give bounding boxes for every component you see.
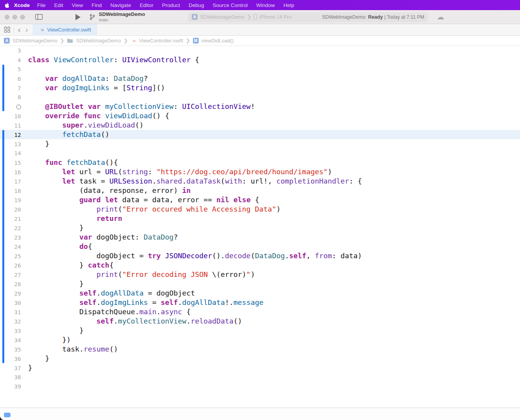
status-project: SDWebImageDemo: bbox=[322, 14, 366, 20]
tab-bar: ‹ › ViewController.swift bbox=[0, 24, 520, 36]
menu-item-file[interactable]: File bbox=[33, 2, 50, 8]
line-number[interactable]: 10 bbox=[0, 112, 21, 121]
code-line-5[interactable]: 5 bbox=[0, 65, 520, 74]
jumpbar-item-method[interactable]: viewDidLoad() bbox=[201, 38, 234, 44]
code-line-18[interactable]: 18 (data, response, error) in bbox=[0, 186, 520, 195]
related-items-grid-icon[interactable] bbox=[4, 26, 11, 33]
line-number[interactable]: 37 bbox=[0, 364, 21, 373]
code-line-25[interactable]: 25 dogObject = try JSONDecoder().decode(… bbox=[0, 251, 520, 261]
scheme-branch-group[interactable]: SDWebImageDemo main bbox=[89, 12, 145, 23]
code-line-7[interactable]: 7 var dogImgLinks = [String]() bbox=[0, 83, 520, 93]
code-line-38[interactable]: 38 bbox=[0, 373, 520, 382]
code-line-11[interactable]: 11 super.viewDidLoad() bbox=[0, 121, 520, 130]
code-text: print("Error decoding JSON \(error)") bbox=[21, 270, 255, 279]
back-icon[interactable]: ‹ bbox=[17, 26, 21, 33]
code-line-16[interactable]: 16 let url = URL(string: "https://dog.ce… bbox=[0, 167, 520, 177]
code-line-15[interactable]: 15 func fetchData(){ bbox=[0, 158, 520, 167]
code-text: self.myCollectionView.reloadData() bbox=[21, 317, 242, 326]
code-text: }) bbox=[21, 335, 71, 345]
toolbar: SDWebImageDemo main A SDWebImageDemo ❯ i… bbox=[0, 10, 520, 24]
divider bbox=[14, 27, 14, 33]
code-line-32[interactable]: 32 self.myCollectionView.reloadData() bbox=[0, 317, 520, 326]
code-line-39[interactable]: 39 bbox=[0, 382, 520, 391]
code-line-35[interactable]: 35 task.resume() bbox=[0, 345, 520, 354]
code-line-10[interactable]: 10 override func viewDidLoad() { bbox=[0, 111, 520, 121]
status-state: Ready bbox=[368, 14, 383, 20]
code-line-4[interactable]: 4class ViewController: UIViewController … bbox=[0, 55, 520, 65]
apple-menu[interactable] bbox=[0, 2, 14, 9]
menu-item-source-control[interactable]: Source Control bbox=[208, 2, 252, 8]
activity-status: SDWebImageDemo: Ready | Today at 7:11 PM bbox=[322, 14, 424, 20]
code-line-31[interactable]: 31 DispatchQueue.main.async { bbox=[0, 307, 520, 317]
code-text: } bbox=[21, 139, 49, 149]
close-window-button[interactable] bbox=[5, 15, 9, 19]
scheme-selector[interactable]: A SDWebImageDemo ❯ iPhone 14 Pro bbox=[192, 14, 292, 20]
line-number[interactable]: 11 bbox=[0, 121, 21, 130]
code-line-28[interactable]: 28 } bbox=[0, 279, 520, 289]
code-line-34[interactable]: 34 }) bbox=[0, 335, 520, 345]
code-line-14[interactable]: 14 bbox=[0, 149, 520, 158]
toggle-navigator-button[interactable] bbox=[35, 14, 43, 20]
menu-item-edit[interactable]: Edit bbox=[50, 2, 67, 8]
code-text: fetchData() bbox=[21, 130, 109, 139]
menu-item-editor[interactable]: Editor bbox=[135, 2, 158, 8]
code-line-8[interactable]: 8 bbox=[0, 93, 520, 102]
line-number[interactable]: 3 bbox=[0, 46, 21, 55]
source-change-bar[interactable] bbox=[2, 65, 4, 111]
code-line-17[interactable]: 17 let task = URLSession.shared.dataTask… bbox=[0, 177, 520, 186]
code-line-33[interactable]: 33 } bbox=[0, 326, 520, 335]
toolbar-branch-name: main bbox=[99, 18, 145, 23]
run-button[interactable] bbox=[75, 14, 81, 20]
code-line-22[interactable]: 22 } bbox=[0, 223, 520, 233]
code-text: class ViewController: UIViewController { bbox=[21, 55, 199, 65]
line-number[interactable]: 39 bbox=[0, 382, 21, 391]
menu-item-product[interactable]: Product bbox=[158, 2, 184, 8]
code-line-12[interactable]: 12 fetchData() bbox=[0, 130, 520, 139]
line-number[interactable]: 4 bbox=[0, 56, 21, 65]
scheme-destination[interactable]: iPhone 14 Pro bbox=[259, 14, 291, 20]
menu-item-navigate[interactable]: Navigate bbox=[106, 2, 135, 8]
code-line-27[interactable]: 27 print("Error decoding JSON \(error)") bbox=[0, 270, 520, 279]
code-line-13[interactable]: 13 } bbox=[0, 139, 520, 149]
toolbar-project-name: SDWebImageDemo bbox=[99, 12, 145, 18]
folder-icon bbox=[67, 38, 73, 43]
code-line-3[interactable]: 3 bbox=[0, 46, 520, 55]
code-line-29[interactable]: 29 self.dogAllData = dogObject bbox=[0, 289, 520, 298]
code-line-21[interactable]: 21 return bbox=[0, 214, 520, 223]
code-text: do{ bbox=[21, 242, 92, 251]
code-line-19[interactable]: 19 guard let data = data, error == nil e… bbox=[0, 195, 520, 205]
swift-file-icon bbox=[39, 27, 45, 33]
source-change-bar[interactable] bbox=[2, 130, 4, 363]
ib-outlet-connector-icon[interactable] bbox=[16, 105, 21, 109]
menu-item-view[interactable]: View bbox=[68, 2, 88, 8]
menu-item-window[interactable]: Window bbox=[252, 2, 279, 8]
code-line-30[interactable]: 30 self.dogImgLinks = self.dogAllData!.m… bbox=[0, 298, 520, 307]
bottom-left-indicator[interactable] bbox=[4, 413, 11, 417]
forward-icon[interactable]: › bbox=[25, 26, 29, 33]
jumpbar-item-file[interactable]: ViewController.swift bbox=[139, 38, 183, 44]
code-line-37[interactable]: 37} bbox=[0, 363, 520, 373]
jumpbar-item-group[interactable]: SDWebImageDemo bbox=[76, 38, 121, 44]
code-line-6[interactable]: 6 var dogAllData: DataDog? bbox=[0, 74, 520, 83]
cloud-sync-icon[interactable]: ☁ bbox=[437, 13, 444, 21]
code-line-36[interactable]: 36 } bbox=[0, 354, 520, 363]
menu-item-xcode[interactable]: Xcode bbox=[14, 2, 30, 8]
code-line-26[interactable]: 26 } catch{ bbox=[0, 261, 520, 270]
tab-viewcontroller-swift[interactable]: ViewController.swift bbox=[33, 24, 97, 36]
minimize-window-button[interactable] bbox=[12, 15, 17, 19]
code-text: return bbox=[21, 214, 122, 223]
menu-item-help[interactable]: Help bbox=[279, 2, 299, 8]
jumpbar-item-project[interactable]: SDWebImageDemo bbox=[12, 38, 57, 44]
line-number[interactable]: 38 bbox=[0, 373, 21, 382]
code-line-9[interactable]: @IBOutlet var myCollectionView: UICollec… bbox=[0, 102, 520, 111]
code-line-23[interactable]: 23 var dogObject: DataDog? bbox=[0, 233, 520, 242]
code-line-20[interactable]: 20 print("Error occured while Accessing … bbox=[0, 205, 520, 214]
code-text: } bbox=[21, 326, 84, 335]
menu-item-debug[interactable]: Debug bbox=[184, 2, 208, 8]
zoom-window-button[interactable] bbox=[20, 15, 25, 19]
code-line-24[interactable]: 24 do{ bbox=[0, 242, 520, 251]
jump-bar: A SDWebImageDemo ❯ SDWebImageDemo ❯ View… bbox=[0, 36, 520, 46]
menu-item-find[interactable]: Find bbox=[88, 2, 106, 8]
code-text: (data, response, error) in bbox=[21, 186, 191, 195]
source-editor[interactable]: 34class ViewController: UIViewController… bbox=[0, 46, 520, 408]
